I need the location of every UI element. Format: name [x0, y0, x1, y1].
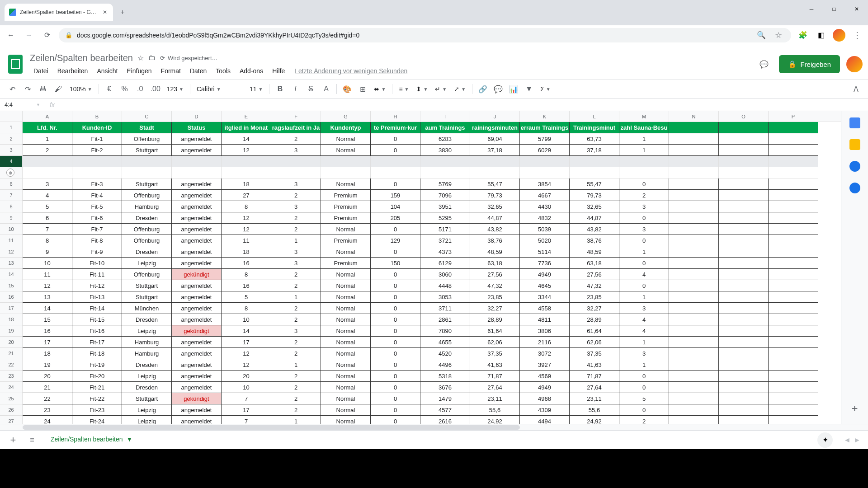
cell[interactable]: 3721 — [420, 235, 470, 246]
cell[interactable]: angemeldet — [172, 303, 222, 314]
cell[interactable] — [719, 325, 769, 337]
cell[interactable]: 63,18 — [570, 258, 619, 269]
cell[interactable]: 0 — [371, 269, 420, 280]
cell[interactable]: 129 — [371, 235, 420, 246]
cell[interactable]: 63,18 — [470, 258, 520, 269]
filter-button[interactable]: ▼ — [522, 82, 536, 96]
cell[interactable]: Normal — [321, 416, 371, 424]
cell[interactable]: 3 — [271, 325, 321, 337]
cell[interactable] — [719, 359, 769, 371]
cell[interactable]: 32,65 — [470, 201, 520, 212]
last-edit-link[interactable]: Letzte Änderung vor wenigen Sekunden — [295, 67, 407, 75]
row-drag-handle[interactable]: ⊕ — [6, 169, 14, 177]
menu-daten[interactable]: Daten — [186, 66, 210, 76]
cell[interactable]: 2 — [619, 190, 669, 201]
cell[interactable]: 3 — [619, 201, 669, 212]
cell[interactable]: 19 — [23, 359, 72, 371]
cell[interactable]: 10 — [23, 258, 72, 269]
cell[interactable]: 9 — [23, 246, 72, 258]
cell[interactable] — [719, 201, 769, 212]
cell[interactable]: Premium — [321, 235, 371, 246]
cell[interactable]: 5318 — [420, 371, 470, 382]
cell[interactable]: 3927 — [520, 359, 570, 371]
cell[interactable]: Premium — [321, 212, 371, 224]
cell[interactable]: Stuttgart — [122, 291, 172, 303]
cell[interactable]: 20 — [23, 371, 72, 382]
cell[interactable] — [669, 224, 719, 235]
cell[interactable]: 0 — [371, 416, 420, 424]
cell[interactable]: 18 — [222, 246, 271, 258]
cell[interactable] — [719, 178, 769, 190]
column-header[interactable]: K — [520, 111, 570, 122]
cell[interactable]: 71,87 — [570, 371, 619, 382]
cell[interactable] — [669, 258, 719, 269]
cell[interactable]: angemeldet — [172, 337, 222, 348]
italic-button[interactable]: I — [288, 82, 302, 96]
cell[interactable]: Fit-11 — [72, 269, 122, 280]
percent-button[interactable]: % — [118, 82, 132, 96]
column-header[interactable]: P — [769, 111, 818, 122]
increase-decimal-button[interactable]: .00 — [149, 82, 162, 96]
cell[interactable]: angemeldet — [172, 359, 222, 371]
cell[interactable] — [769, 224, 818, 235]
cell[interactable]: 8 — [23, 235, 72, 246]
cell[interactable]: 7 — [222, 416, 271, 424]
cell[interactable] — [769, 325, 818, 337]
row-header[interactable]: 12 — [0, 246, 23, 258]
print-button[interactable]: 🖶 — [36, 82, 50, 96]
cell[interactable] — [719, 348, 769, 359]
row-header[interactable]: 5⊕ — [0, 167, 23, 178]
cell[interactable]: 2 — [271, 224, 321, 235]
cell[interactable]: 4309 — [520, 404, 570, 416]
sheets-logo[interactable] — [5, 51, 25, 77]
cell[interactable]: 0 — [371, 382, 420, 393]
cell[interactable]: Normal — [321, 133, 371, 145]
cell[interactable] — [769, 382, 818, 393]
cell[interactable] — [769, 291, 818, 303]
cell[interactable]: 16 — [23, 325, 72, 337]
add-addon-icon[interactable]: + — [851, 402, 858, 415]
cell[interactable]: 2 — [271, 314, 321, 325]
cell[interactable]: 61,64 — [570, 325, 619, 337]
cell[interactable]: 0 — [371, 246, 420, 258]
cell[interactable]: 10 — [222, 314, 271, 325]
cell[interactable] — [669, 133, 719, 145]
cell[interactable] — [669, 337, 719, 348]
cell[interactable]: 3830 — [420, 145, 470, 156]
column-header[interactable]: G — [321, 111, 371, 122]
cell[interactable]: 2 — [271, 382, 321, 393]
cell[interactable]: 0 — [619, 235, 669, 246]
cell[interactable]: 2861 — [420, 314, 470, 325]
cell[interactable]: 32,65 — [570, 201, 619, 212]
cell[interactable] — [769, 145, 818, 156]
cell[interactable]: 1 — [271, 291, 321, 303]
cell[interactable]: 41,63 — [470, 359, 520, 371]
cell[interactable] — [719, 337, 769, 348]
cell[interactable]: 3 — [619, 224, 669, 235]
column-header[interactable]: B — [72, 111, 122, 122]
cell[interactable]: 28,89 — [470, 314, 520, 325]
header-cell[interactable]: erraum Trainings — [520, 122, 570, 133]
contacts-icon[interactable] — [849, 183, 860, 193]
cell[interactable]: 0 — [371, 291, 420, 303]
cell[interactable] — [470, 167, 520, 178]
cell[interactable]: 104 — [371, 201, 420, 212]
cell[interactable] — [172, 167, 222, 178]
cell[interactable]: 23,11 — [470, 393, 520, 404]
cell[interactable] — [769, 269, 818, 280]
cell[interactable]: 2 — [271, 212, 321, 224]
cell[interactable]: angemeldet — [172, 348, 222, 359]
cell[interactable] — [669, 212, 719, 224]
row-header[interactable]: 4 — [0, 156, 23, 167]
text-color-button[interactable]: A — [319, 82, 333, 96]
wrap-button[interactable]: ↵▼ — [432, 85, 449, 93]
cell[interactable]: Fit-12 — [72, 280, 122, 291]
cell[interactable] — [271, 156, 321, 167]
cell[interactable]: 44,87 — [570, 212, 619, 224]
cell[interactable]: 14 — [222, 133, 271, 145]
cell[interactable] — [222, 156, 271, 167]
cell[interactable]: Offenburg — [122, 190, 172, 201]
cell[interactable]: 62,06 — [470, 337, 520, 348]
h-align-button[interactable]: ≡▼ — [396, 85, 411, 93]
cell[interactable]: 10 — [222, 382, 271, 393]
